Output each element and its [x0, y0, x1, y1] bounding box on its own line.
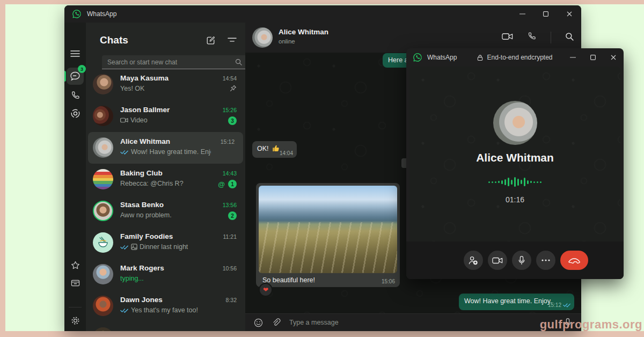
photo-caption: So beautiful here! [262, 276, 315, 284]
call-controls [406, 241, 624, 279]
chat-name: Dawn Jones [120, 296, 163, 304]
mute-button[interactable] [512, 251, 531, 270]
chat-list-item-partial[interactable] [86, 322, 245, 331]
chat-time: 8:32 [226, 297, 237, 303]
avatar [93, 169, 113, 189]
app-title: WhatsApp [427, 54, 457, 61]
search-icon [565, 32, 574, 41]
chat-list-item-stasa-benko[interactable]: Stasa Benko 13:56 Aww no problem. 2 [86, 195, 245, 227]
call-duration: 01:16 [409, 195, 620, 204]
search-input[interactable] [102, 58, 235, 66]
navigation-rail: 3 [64, 23, 86, 331]
chat-list-item-alice-whitman[interactable]: Alice Whitman 15:12 Wow! Have great time… [88, 132, 243, 164]
contact-avatar[interactable] [252, 27, 273, 48]
chat-list-item-baking-club[interactable]: Baking Club 14:43 Rebecca: @Chris R? @ 1 [86, 164, 245, 195]
caller-name: Alice Whitman [409, 151, 620, 164]
menu-button[interactable] [67, 45, 84, 62]
noodle-bowl-icon [97, 236, 109, 249]
chat-list-item-maya-kasuma[interactable]: Maya Kasuma 14:54 Yes! OK [86, 69, 245, 100]
message-composer [245, 313, 581, 331]
chat-list-item-family-foodies[interactable]: Family Foodies 11:21 Dinner last [86, 227, 245, 259]
call-titlebar: WhatsApp [406, 48, 624, 67]
rail-divider [69, 307, 82, 307]
scroll-to-bottom-button[interactable] [401, 158, 406, 168]
chat-list-item-dawn-jones[interactable]: Dawn Jones 8:32 Yes that's my fave too! [86, 290, 245, 322]
calls-tab[interactable] [67, 87, 84, 104]
chat-preview: Yes that's my fave too! [131, 306, 198, 314]
paperclip-icon [272, 318, 281, 327]
chat-preview: Yes! OK [120, 85, 144, 92]
presence-status: online [279, 38, 295, 45]
attach-button[interactable] [272, 318, 281, 327]
archived-chats-button[interactable] [67, 274, 84, 291]
caller-avatar [493, 101, 537, 145]
maximize-button[interactable] [583, 48, 603, 67]
status-tab[interactable] [67, 105, 84, 122]
chat-preview: Video [130, 116, 148, 124]
read-receipt-icon [120, 245, 129, 250]
unread-count-badge: 3 [78, 65, 86, 73]
star-icon [70, 260, 80, 270]
avatar [93, 296, 113, 316]
close-button[interactable] [558, 5, 581, 23]
status-ring-icon [70, 108, 80, 119]
chat-preview: Dinner last night [140, 243, 188, 251]
chat-time: 14:54 [223, 75, 237, 82]
minimize-button[interactable] [562, 48, 583, 67]
active-tab-indicator [64, 71, 66, 82]
chats-tab[interactable]: 3 [67, 68, 84, 85]
emoji-smiley-icon [254, 318, 263, 327]
avatar [93, 201, 113, 221]
chat-time: 11:21 [223, 233, 237, 240]
chat-bubble-icon [70, 71, 80, 82]
whatsapp-call-window: End-to-end endcrypted WhatsApp Alice Whi… [406, 48, 624, 279]
emoji-button[interactable] [254, 318, 263, 327]
heart-reaction[interactable]: ❤ [259, 283, 273, 297]
minimize-button[interactable] [510, 5, 534, 23]
chat-list-item-jason-ballmer[interactable]: Jason Ballmer 15:26 Video 3 [86, 100, 245, 132]
message-input[interactable] [289, 319, 555, 326]
video-camera-icon [492, 257, 503, 264]
pin-icon [230, 85, 237, 92]
thumbs-up-emoji [272, 144, 280, 152]
gear-icon [70, 316, 80, 326]
search-box[interactable] [102, 55, 247, 69]
chat-preview: Aww no problem. [120, 211, 172, 219]
avatar [93, 327, 113, 331]
close-button[interactable] [603, 48, 624, 67]
avatar [93, 232, 113, 253]
chat-name: Mark Rogers [120, 264, 164, 272]
message-time: 15:12 [548, 302, 561, 308]
filter-chats-button[interactable] [228, 35, 237, 48]
microphone-icon [518, 255, 525, 265]
message-photo: So beautiful here! 15:06 [256, 183, 400, 287]
chat-preview: Rebecca: @Chris R? [120, 180, 184, 187]
search-in-chat-button[interactable] [565, 32, 574, 43]
video-call-button[interactable] [502, 33, 513, 42]
photo-mountain-landscape[interactable] [259, 186, 397, 273]
chat-time: 15:12 [221, 138, 235, 145]
new-chat-button[interactable] [206, 35, 216, 48]
ellipsis-icon [541, 259, 550, 261]
chat-list-item-mark-rogers[interactable]: Mark Rogers 10:56 typing... [86, 259, 245, 290]
chat-time: 13:56 [223, 202, 237, 208]
camera-toggle-button[interactable] [488, 251, 507, 270]
voice-waveform [409, 175, 620, 188]
chat-list: Maya Kasuma 14:54 Yes! OK Jason Ballm [86, 69, 245, 331]
more-options-button[interactable] [536, 251, 555, 270]
message-incoming-ok: OK! 14:04 [252, 141, 297, 158]
voice-call-button[interactable] [527, 32, 537, 43]
video-attachment-icon [120, 118, 128, 123]
starred-messages-button[interactable] [67, 257, 84, 274]
unread-badge: 1 [228, 180, 237, 188]
photo-attachment-icon [131, 244, 137, 250]
add-participant-button[interactable] [464, 251, 483, 270]
maximize-button[interactable] [534, 5, 558, 23]
chat-name: Alice Whitman [120, 137, 170, 145]
end-call-button[interactable] [560, 251, 588, 270]
read-receipt-icon [120, 150, 129, 155]
settings-button[interactable] [67, 312, 84, 329]
phone-icon [527, 32, 537, 41]
typing-indicator: typing... [120, 275, 144, 282]
search-icon [235, 58, 242, 65]
